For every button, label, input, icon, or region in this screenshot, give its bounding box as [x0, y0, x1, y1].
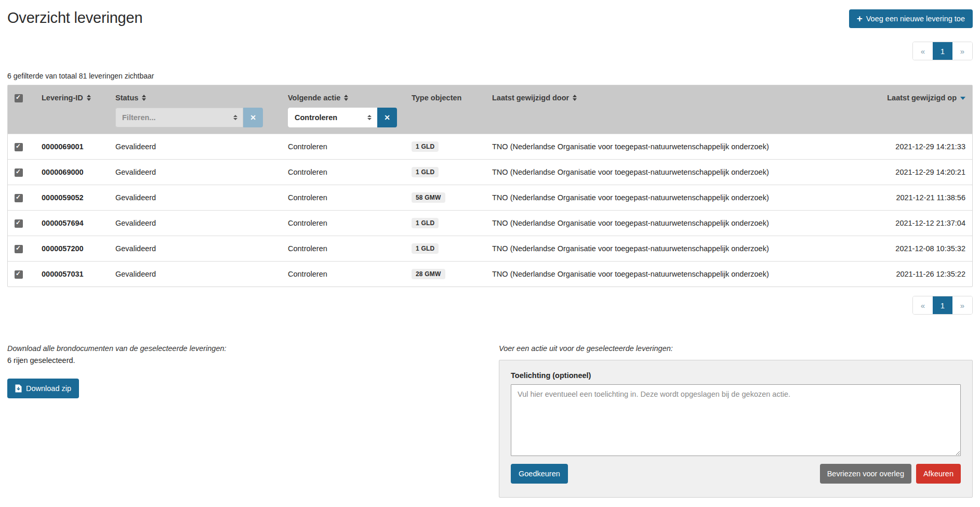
row-cell-levering-id[interactable]: 0000069000 [35, 160, 109, 185]
column-label-levering-id[interactable]: Levering-ID [42, 94, 102, 102]
freeze-button[interactable]: Bevriezen voor overleg [820, 464, 911, 484]
bottom-section: Download alle brondocumenten van de gese… [7, 344, 973, 498]
column-label-volgende-actie[interactable]: Volgende actie [288, 94, 398, 102]
row-checkbox[interactable]: ✓ [15, 270, 23, 279]
download-zip-button[interactable]: Download zip [7, 379, 79, 398]
header-cell-volgende-actie: Volgende actie Controleren ✕ [281, 85, 405, 134]
reject-button[interactable]: Afkeuren [916, 464, 961, 484]
row-cell-levering-id[interactable]: 0000057694 [35, 211, 109, 236]
clear-filter-icon: ✕ [250, 113, 256, 122]
header-cell-select-all: ✓ [8, 85, 35, 134]
action-section: Voer een actie uit voor de geselecteerde… [499, 344, 973, 498]
type-objecten-badge: 1 GLD [412, 243, 439, 254]
check-icon: ✓ [16, 219, 21, 226]
row-cell-checkbox: ✓ [8, 160, 35, 185]
pagination-top-row: « 1 » [7, 42, 973, 60]
column-label-laatst-gewijzigd-op[interactable]: Laatst gewijzigd op [866, 94, 965, 102]
page: Overzicht leveringen + Voeg een nieuwe l… [0, 0, 980, 507]
prev-page-icon[interactable]: « [913, 42, 933, 60]
type-objecten-badge: 1 GLD [412, 141, 439, 152]
file-download-icon [15, 384, 22, 393]
volgende-actie-filter-clear-button[interactable]: ✕ [377, 108, 397, 127]
sort-icon [344, 95, 348, 101]
row-cell-levering-id[interactable]: 0000057200 [35, 236, 109, 262]
row-cell-levering-id[interactable]: 0000057031 [35, 262, 109, 287]
next-page-icon[interactable]: » [952, 42, 972, 60]
row-cell-checkbox: ✓ [8, 236, 35, 262]
row-cell-type-objecten: 28 GMW [405, 262, 485, 287]
clear-filter-icon: ✕ [384, 113, 390, 122]
download-zip-label: Download zip [26, 383, 71, 394]
page-number-current[interactable]: 1 [933, 42, 952, 60]
row-cell-volgende-actie: Controleren [281, 211, 405, 236]
table-row[interactable]: ✓ 0000069001 Gevalideerd Controleren 1 G… [8, 134, 972, 160]
volgende-actie-filter-select[interactable]: Controleren [288, 108, 377, 127]
header-cell-laatst-gewijzigd-door: Laatst gewijzigd door [485, 85, 859, 134]
select-all-checkbox[interactable]: ✓ [15, 94, 23, 102]
row-cell-status: Gevalideerd [109, 262, 281, 287]
row-cell-type-objecten: 58 GMW [405, 185, 485, 211]
filter-summary: 6 gefilterde van totaal 81 leveringen zi… [7, 72, 973, 80]
plus-icon: + [857, 15, 863, 23]
row-checkbox[interactable]: ✓ [15, 245, 23, 253]
type-objecten-badge: 28 GMW [412, 269, 445, 279]
selected-count: 6 rijen geselecteerd. [7, 356, 483, 365]
action-instruction: Voer een actie uit voor de geselecteerde… [499, 344, 973, 353]
row-cell-laatst-gewijzigd-door: TNO (Nederlandse Organisatie voor toegep… [485, 211, 859, 236]
row-cell-laatst-gewijzigd-door: TNO (Nederlandse Organisatie voor toegep… [485, 134, 859, 160]
header-cell-levering-id: Levering-ID [35, 85, 109, 134]
next-page-icon[interactable]: » [952, 296, 972, 314]
page-number-current[interactable]: 1 [933, 296, 952, 314]
action-buttons-row: Goedkeuren Bevriezen voor overleg Afkeur… [511, 464, 961, 484]
row-checkbox[interactable]: ✓ [15, 168, 23, 177]
column-label-type-objecten: Type objecten [412, 94, 479, 102]
status-filter-clear-button[interactable]: ✕ [243, 108, 263, 127]
column-label-laatst-gewijzigd-door[interactable]: Laatst gewijzigd door [492, 94, 852, 102]
row-cell-type-objecten: 1 GLD [405, 211, 485, 236]
add-delivery-button[interactable]: + Voeg een nieuwe levering toe [849, 9, 973, 28]
row-cell-laatst-gewijzigd-door: TNO (Nederlandse Organisatie voor toegep… [485, 185, 859, 211]
row-checkbox[interactable]: ✓ [15, 219, 23, 228]
row-cell-levering-id[interactable]: 0000069001 [35, 134, 109, 160]
row-cell-status: Gevalideerd [109, 134, 281, 160]
toelichting-label: Toelichting (optioneel) [511, 371, 961, 380]
volgende-actie-filter-group: Controleren ✕ [288, 108, 398, 127]
type-objecten-badge: 1 GLD [412, 218, 439, 228]
table-row[interactable]: ✓ 0000057200 Gevalideerd Controleren 1 G… [8, 236, 972, 262]
sort-desc-icon [960, 97, 965, 100]
table-row[interactable]: ✓ 0000059052 Gevalideerd Controleren 58 … [8, 185, 972, 211]
row-cell-laatst-gewijzigd-door: TNO (Nederlandse Organisatie voor toegep… [485, 236, 859, 262]
status-filter-select[interactable]: Filteren... [115, 108, 243, 127]
row-cell-volgende-actie: Controleren [281, 185, 405, 211]
table-row[interactable]: ✓ 0000057031 Gevalideerd Controleren 28 … [8, 262, 972, 287]
download-instruction: Download alle brondocumenten van de gese… [7, 344, 483, 353]
row-checkbox[interactable]: ✓ [15, 143, 23, 151]
row-checkbox[interactable]: ✓ [15, 194, 23, 202]
prev-page-icon[interactable]: « [913, 296, 933, 314]
action-panel: Toelichting (optioneel) Goedkeuren Bevri… [499, 360, 973, 498]
row-cell-checkbox: ✓ [8, 262, 35, 287]
row-cell-laatst-gewijzigd-op: 2021-12-29 14:21:33 [859, 134, 972, 160]
deliveries-table-wrap: ✓ Levering-ID Status [7, 85, 973, 287]
row-cell-volgende-actie: Controleren [281, 160, 405, 185]
row-cell-checkbox: ✓ [8, 185, 35, 211]
column-label-status[interactable]: Status [115, 94, 274, 102]
row-cell-volgende-actie: Controleren [281, 262, 405, 287]
topbar: Overzicht leveringen + Voeg een nieuwe l… [7, 9, 973, 28]
row-cell-checkbox: ✓ [8, 134, 35, 160]
select-caret-icon [233, 115, 237, 120]
toelichting-textarea[interactable] [511, 384, 961, 456]
header-cell-laatst-gewijzigd-op: Laatst gewijzigd op [859, 85, 972, 134]
check-icon: ✓ [16, 193, 21, 201]
table-row[interactable]: ✓ 0000057694 Gevalideerd Controleren 1 G… [8, 211, 972, 236]
row-cell-laatst-gewijzigd-op: 2021-11-26 12:35:22 [859, 262, 972, 287]
table-body: ✓ 0000069001 Gevalideerd Controleren 1 G… [8, 134, 972, 287]
row-cell-status: Gevalideerd [109, 211, 281, 236]
add-delivery-button-label: Voeg een nieuwe levering toe [866, 14, 965, 24]
row-cell-levering-id[interactable]: 0000059052 [35, 185, 109, 211]
select-caret-icon [367, 115, 372, 120]
approve-button[interactable]: Goedkeuren [511, 464, 568, 484]
row-cell-laatst-gewijzigd-door: TNO (Nederlandse Organisatie voor toegep… [485, 160, 859, 185]
table-row[interactable]: ✓ 0000069000 Gevalideerd Controleren 1 G… [8, 160, 972, 185]
row-cell-laatst-gewijzigd-op: 2021-12-29 14:20:21 [859, 160, 972, 185]
